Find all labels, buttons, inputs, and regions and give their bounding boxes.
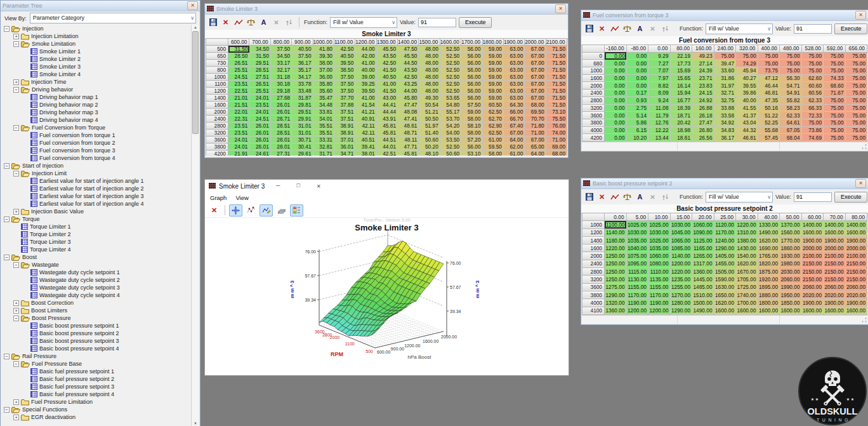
table-cell[interactable]: 35.51 <box>313 123 334 130</box>
table-cell[interactable]: 49.23 <box>692 52 714 60</box>
table-cell[interactable]: 38.50 <box>334 67 355 74</box>
table-cell[interactable]: 1180.00 <box>605 236 627 244</box>
chart-icon[interactable] <box>233 17 244 28</box>
table-cell[interactable]: 47.50 <box>398 46 419 53</box>
table-cell[interactable]: 31.71 <box>313 150 334 156</box>
expand-icon[interactable]: + <box>13 399 19 405</box>
table-cell[interactable]: 9.29 <box>648 52 671 60</box>
table-cell[interactable]: 20.42 <box>670 119 692 126</box>
tree-item[interactable]: −Boost <box>1 253 192 261</box>
tree-item[interactable]: Driving behavior map 1 <box>1 93 192 101</box>
table-cell[interactable]: 43.04 <box>736 119 758 126</box>
table-cell[interactable]: 23.51 <box>249 102 270 109</box>
table-cell[interactable]: 47.12 <box>758 74 780 82</box>
table-cell[interactable]: 75.00 <box>780 60 802 67</box>
table-cell[interactable]: 75.00 <box>824 52 846 60</box>
tree-item[interactable]: +EGR deactivation <box>1 413 192 421</box>
table-cell[interactable]: 1900.00 <box>845 236 867 244</box>
table-cell[interactable]: 17.73 <box>670 60 692 67</box>
table-cell[interactable]: 1120.00 <box>714 221 736 229</box>
table-cell[interactable]: 75.00 <box>845 82 867 90</box>
table-cell[interactable]: 51.40 <box>419 130 440 136</box>
swap-axes-icon[interactable] <box>660 23 671 34</box>
close-icon[interactable]: × <box>308 182 329 190</box>
surface-icon[interactable] <box>275 204 288 216</box>
function-select[interactable]: Fill w/ Value ∨ <box>330 17 397 28</box>
table-cell[interactable]: 52.50 <box>440 60 461 67</box>
table-cell[interactable]: 51.22 <box>758 112 780 119</box>
tree-item[interactable]: Smoke Limiter 4 <box>1 70 192 78</box>
table-cell[interactable]: 1600.00 <box>824 307 846 314</box>
table-cell[interactable]: 1060.00 <box>648 252 671 260</box>
table-cell[interactable]: 40.50 <box>376 74 397 81</box>
pan-icon[interactable] <box>229 204 242 216</box>
value-input[interactable] <box>794 192 832 202</box>
table-cell[interactable]: 44.01 <box>376 143 397 150</box>
table-cell[interactable]: 1600.00 <box>758 307 780 314</box>
table-cell[interactable]: 1170.00 <box>714 229 736 236</box>
table-cell[interactable]: 75.00 <box>824 134 846 142</box>
table-cell[interactable]: 56.30 <box>780 74 802 82</box>
execute-button[interactable]: Execute <box>834 192 868 203</box>
table-cell[interactable]: 71.00 <box>525 130 546 136</box>
table-cell[interactable]: 37.50 <box>334 88 355 95</box>
surface-plot[interactable]: 76.0076.0057.6757.6739.3439.34600.00900.… <box>205 218 569 375</box>
table-cell[interactable]: 1317.00 <box>692 260 714 267</box>
table-cell[interactable]: 24.61 <box>249 150 270 156</box>
table-cell[interactable]: 1155.00 <box>626 283 648 291</box>
table-cell[interactable]: 48.00 <box>419 88 440 95</box>
collapse-icon[interactable]: − <box>4 407 10 413</box>
table-cell[interactable]: 1900.00 <box>801 236 824 244</box>
table-cell[interactable]: 26.01 <box>249 123 270 130</box>
table-cell[interactable]: 1600.00 <box>845 229 867 236</box>
table-cell[interactable]: 75.00 <box>801 60 824 67</box>
table-cell[interactable]: 26.01 <box>270 109 291 116</box>
table-cell[interactable]: 48.00 <box>419 74 440 81</box>
table-cell[interactable]: 56.00 <box>461 81 482 88</box>
table-cell[interactable]: 1045.00 <box>670 229 692 236</box>
table-cell[interactable]: 66.70 <box>503 116 524 123</box>
table-cell[interactable]: 1125.00 <box>692 236 714 244</box>
tree-item[interactable]: Wastegate duty cycle setpoint 1 <box>1 269 192 276</box>
table-cell[interactable]: 43.91 <box>376 116 397 123</box>
table-cell[interactable]: 1220.00 <box>736 221 758 229</box>
table-cell[interactable]: 61.00 <box>503 150 524 156</box>
table-cell[interactable]: 35.80 <box>313 81 334 88</box>
table-cell[interactable]: 1490.00 <box>758 229 780 236</box>
collapse-icon[interactable]: − <box>4 163 10 169</box>
table-cell[interactable]: 1765.00 <box>758 252 780 260</box>
table-cell[interactable]: 56.00 <box>461 53 482 60</box>
table-cell[interactable]: 39.47 <box>714 60 736 67</box>
table-cell[interactable]: 30.71 <box>292 136 313 143</box>
table-cell[interactable]: 53.50 <box>440 136 461 143</box>
table-cell[interactable]: 1560.00 <box>780 229 802 236</box>
table-cell[interactable]: 28.51 <box>270 130 291 136</box>
table-cell[interactable]: 1130.00 <box>626 276 648 283</box>
table-cell[interactable]: 59.00 <box>482 53 503 60</box>
table-cell[interactable]: 68.00 <box>546 150 567 156</box>
table-cell[interactable]: 0.00 <box>626 52 648 60</box>
table-cell[interactable]: 75.00 <box>824 60 846 67</box>
table-cell[interactable]: 75.00 <box>824 97 846 104</box>
table-cell[interactable]: 1220.00 <box>605 244 627 252</box>
table-cell[interactable]: 1085.00 <box>670 244 692 252</box>
table-cell[interactable]: 15.69 <box>670 67 692 75</box>
scales-icon[interactable] <box>622 192 633 203</box>
table-cell[interactable]: 1330.00 <box>758 221 780 229</box>
table-cell[interactable]: 67.00 <box>525 46 546 53</box>
table-cell[interactable]: 44.00 <box>398 88 419 95</box>
table-cell[interactable]: 75.00 <box>758 52 780 60</box>
table-cell[interactable]: 1040.00 <box>626 244 648 252</box>
table-cell[interactable]: 1930.00 <box>780 252 802 260</box>
table-cell[interactable]: 27.68 <box>270 95 291 102</box>
table-cell[interactable]: 1100.00 <box>605 221 627 229</box>
table-cell[interactable]: 67.00 <box>503 130 524 136</box>
table-cell[interactable]: 57.20 <box>461 136 482 143</box>
tree-item[interactable]: Earliest value for start of injection an… <box>1 192 192 200</box>
table-cell[interactable]: 1490.00 <box>692 307 714 314</box>
table-cell[interactable]: 26.51 <box>249 81 270 88</box>
table-cell[interactable]: 1025.00 <box>648 221 671 229</box>
table-cell[interactable]: 53.65 <box>440 95 461 102</box>
table-cell[interactable]: 42.11 <box>355 130 376 136</box>
table-cell[interactable]: 1170.00 <box>648 291 671 298</box>
